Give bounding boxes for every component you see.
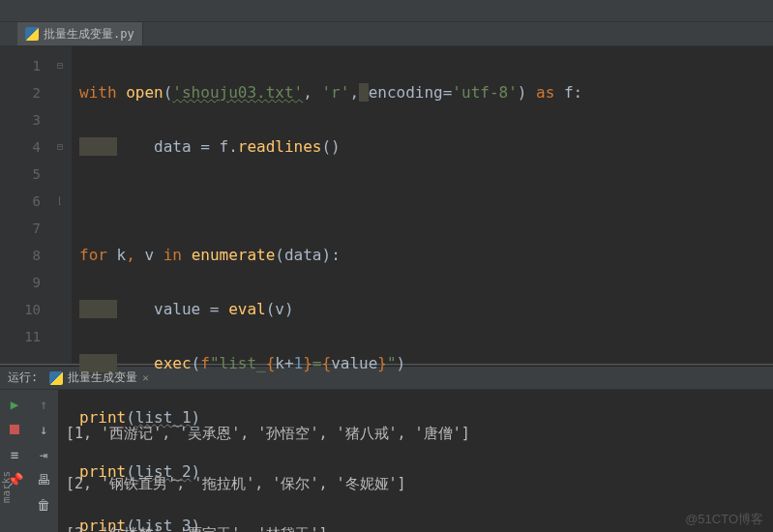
fold-icon[interactable]: ⊟ <box>48 133 72 161</box>
code-area[interactable]: with open('shouju03.txt', 'r', encoding=… <box>72 46 773 364</box>
watermark: @51CTO博客 <box>685 511 763 528</box>
print-button[interactable]: 🖶 <box>35 471 52 488</box>
scroll-down-button[interactable]: ↓ <box>35 421 52 438</box>
output-line: [1, '西游记', '吴承恩', '孙悟空', '猪八戒', '唐僧'] <box>66 421 773 446</box>
fold-column: ⊟ ⊟ ⌊ <box>48 46 72 364</box>
editor-tab-bar: 批量生成变量.py <box>0 22 773 46</box>
svg-rect-0 <box>10 425 19 434</box>
run-toolbar-secondary: ↑ ↓ ⇥ 🖶 🗑 <box>29 390 58 532</box>
stop-button[interactable] <box>6 421 23 438</box>
fold-icon[interactable]: ⊟ <box>48 52 72 79</box>
scroll-up-button[interactable]: ↑ <box>35 396 52 413</box>
run-config-name: 批量生成变量 <box>68 369 137 386</box>
clear-button[interactable]: 🗑 <box>35 496 52 514</box>
tab-filename: 批量生成变量.py <box>44 26 134 43</box>
soft-wrap-button[interactable]: ⇥ <box>35 446 52 463</box>
output-line: [2, '钢铁直男', '拖拉机', '保尔', '冬妮娅'] <box>66 471 773 496</box>
python-icon <box>25 27 39 41</box>
run-label: 运行: <box>8 369 38 386</box>
bookmarks-sidebar-tab[interactable]: marks <box>0 471 13 503</box>
rerun-button[interactable]: ▶ <box>6 396 23 413</box>
window-top-bar <box>0 0 773 22</box>
editor-tab[interactable]: 批量生成变量.py <box>17 22 143 45</box>
code-editor[interactable]: 123 456 789 1011 ⊟ ⊟ ⌊ with open('shouju… <box>0 46 773 364</box>
close-icon[interactable]: ✕ <box>142 371 149 384</box>
run-config-tab[interactable]: 批量生成变量 ✕ <box>44 368 155 388</box>
run-panel: ▶ ≡ 📌 ↑ ↓ ⇥ 🖶 🗑 [1, '西游记', '吴承恩', '孙悟空',… <box>0 390 773 532</box>
layout-button[interactable]: ≡ <box>6 446 23 463</box>
run-toolbar-left: ▶ ≡ 📌 <box>0 390 29 532</box>
line-gutter: 123 456 789 1011 <box>0 46 48 364</box>
console-output[interactable]: [1, '西游记', '吴承恩', '孙悟空', '猪八戒', '唐僧'] [2… <box>58 390 773 532</box>
fold-end-icon[interactable]: ⌊ <box>48 188 72 215</box>
output-line: [3, '红楼梦', '贾宝玉', '林黛玉'] <box>66 521 773 532</box>
python-icon <box>49 371 63 385</box>
